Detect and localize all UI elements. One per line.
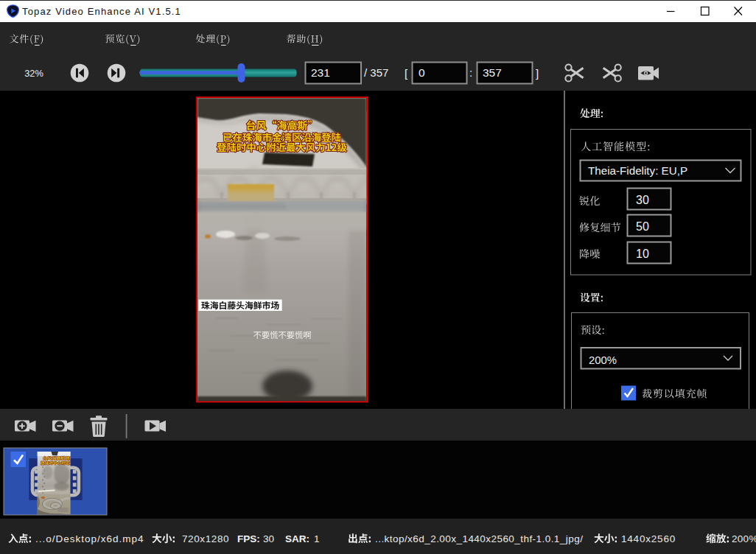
svg-text::: :: [469, 66, 472, 79]
svg-text:10: 10: [636, 248, 649, 260]
svg-text:50: 50: [636, 220, 649, 233]
svg-text:Topaz Video Enhance AI V1.5.1: Topaz Video Enhance AI V1.5.1: [22, 6, 181, 17]
svg-text:Theia-Fidelity: EU,P: Theia-Fidelity: EU,P: [588, 164, 687, 177]
svg-text:]: ]: [536, 67, 539, 80]
svg-text:357: 357: [483, 66, 502, 79]
svg-text:...o/Desktop/x6d.mp4: ...o/Desktop/x6d.mp4: [35, 533, 144, 544]
svg-text:30: 30: [263, 533, 274, 544]
svg-text:30: 30: [636, 194, 649, 206]
svg-text:200%: 200%: [589, 354, 617, 366]
svg-text:200%: 200%: [732, 533, 756, 544]
svg-text:FPS:: FPS:: [237, 533, 260, 544]
svg-text:...ktop/x6d_2.00x_1440x2560_th: ...ktop/x6d_2.00x_1440x2560_thf-1.0.1_jp…: [375, 533, 583, 544]
svg-text:/ 357: / 357: [364, 66, 388, 79]
svg-text:231: 231: [311, 66, 330, 79]
svg-text:1440x2560: 1440x2560: [621, 533, 676, 544]
svg-text:32%: 32%: [24, 68, 43, 79]
svg-text:SAR:: SAR:: [285, 533, 309, 544]
svg-text:0: 0: [419, 66, 425, 79]
svg-text:1: 1: [314, 533, 320, 544]
svg-text:720x1280: 720x1280: [182, 533, 229, 544]
